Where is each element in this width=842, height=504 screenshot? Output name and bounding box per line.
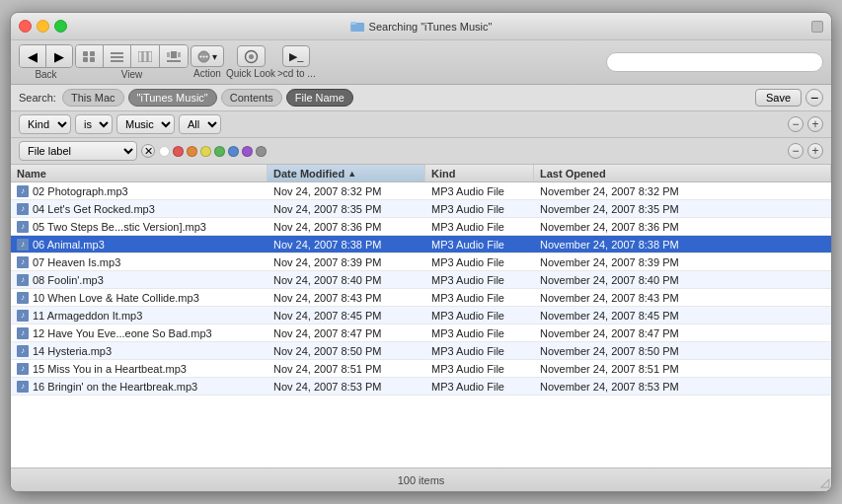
cell-kind: MP3 Audio File — [425, 307, 534, 324]
itunes-music-tab[interactable]: "iTunes Music" — [128, 89, 217, 107]
nav-section: ◀ ▶ Back — [19, 44, 73, 80]
table-row[interactable]: ♪15 Miss You in a Heartbeat.mp3Nov 24, 2… — [11, 360, 831, 378]
col-header-date[interactable]: Date Modified ▲ — [268, 165, 425, 181]
color-dot-orange[interactable] — [187, 146, 197, 157]
svg-rect-7 — [111, 56, 123, 58]
cell-date: Nov 24, 2007 8:32 PM — [268, 182, 425, 199]
quick-look-icon — [244, 49, 259, 64]
svg-rect-10 — [143, 51, 147, 62]
filter-2-remove-button[interactable]: − — [788, 143, 804, 159]
cell-kind: MP3 Audio File — [425, 200, 534, 217]
cover-flow-icon — [167, 51, 181, 62]
cell-opened: November 24, 2007 8:32 PM — [534, 182, 831, 199]
svg-rect-14 — [178, 52, 181, 57]
filter-2-add-button[interactable]: + — [807, 143, 823, 159]
color-dot-red[interactable] — [173, 146, 184, 157]
icon-view-icon — [83, 51, 96, 62]
toolbar: ◀ ▶ Back — [11, 40, 831, 85]
cell-name: ♪12 Have You Eve...eone So Bad.mp3 — [11, 324, 268, 341]
statusbar: 100 items ◿ — [11, 468, 831, 491]
folder-icon — [350, 20, 364, 34]
music-file-icon: ♪ — [17, 292, 29, 304]
maximize-button[interactable] — [54, 20, 67, 33]
column-view-button[interactable] — [131, 45, 160, 67]
cell-opened: November 24, 2007 8:35 PM — [534, 200, 831, 217]
svg-point-18 — [203, 55, 205, 57]
close-button[interactable] — [19, 20, 32, 33]
view-label: View — [121, 69, 143, 80]
back-button[interactable]: ◀ — [20, 45, 46, 67]
clear-filter-button[interactable]: ✕ — [141, 144, 155, 158]
cover-flow-button[interactable] — [160, 45, 188, 67]
table-row[interactable]: ♪07 Heaven Is.mp3Nov 24, 2007 8:39 PMMP3… — [11, 253, 831, 271]
table-row[interactable]: ♪14 Hysteria.mp3Nov 24, 2007 8:50 PMMP3 … — [11, 342, 831, 360]
cell-opened: November 24, 2007 8:40 PM — [534, 271, 831, 288]
cell-kind: MP3 Audio File — [425, 253, 534, 270]
table-row[interactable]: ♪06 Animal.mp3Nov 24, 2007 8:38 PMMP3 Au… — [11, 236, 831, 253]
music-select[interactable]: Music — [116, 114, 175, 134]
action-button[interactable]: ▾ — [191, 45, 224, 67]
cell-name: ♪04 Let's Get Rocked.mp3 — [11, 200, 268, 217]
table-row[interactable]: ♪08 Foolin'.mp3Nov 24, 2007 8:40 PMMP3 A… — [11, 271, 831, 289]
table-row[interactable]: ♪11 Armageddon It.mp3Nov 24, 2007 8:45 P… — [11, 307, 831, 324]
music-file-icon: ♪ — [17, 381, 29, 393]
filter-1-remove-button[interactable]: − — [788, 116, 804, 132]
forward-button[interactable]: ▶ — [46, 45, 72, 67]
cell-kind: MP3 Audio File — [425, 182, 534, 199]
table-row[interactable]: ♪05 Two Steps Be...stic Version].mp3Nov … — [11, 218, 831, 236]
filename-tab[interactable]: File Name — [286, 89, 353, 107]
resize-handle[interactable]: ◿ — [820, 475, 829, 489]
cell-date: Nov 24, 2007 8:40 PM — [268, 271, 425, 288]
color-dot-gray[interactable] — [256, 146, 267, 157]
filter-1-add-button[interactable]: + — [807, 116, 823, 132]
remove-search-button[interactable]: − — [805, 89, 823, 107]
color-dot-purple[interactable] — [242, 146, 253, 157]
cd-button[interactable]: ▶_ — [282, 45, 310, 67]
title-text: Searching "iTunes Music" — [369, 21, 493, 33]
svg-rect-11 — [148, 51, 152, 62]
table-row[interactable]: ♪10 When Love & Hate Collide.mp3Nov 24, … — [11, 289, 831, 307]
back-label: Back — [35, 69, 56, 80]
cell-date: Nov 24, 2007 8:43 PM — [268, 289, 425, 306]
color-dot-blue[interactable] — [228, 146, 239, 157]
table-row[interactable]: ♪04 Let's Get Rocked.mp3Nov 24, 2007 8:3… — [11, 200, 831, 218]
music-file-icon: ♪ — [17, 274, 29, 286]
cell-name: ♪05 Two Steps Be...stic Version].mp3 — [11, 218, 268, 235]
cell-opened: November 24, 2007 8:36 PM — [534, 218, 831, 235]
color-dot-clear[interactable] — [159, 146, 170, 157]
this-mac-tab[interactable]: This Mac — [62, 89, 124, 107]
contents-tab[interactable]: Contents — [221, 89, 282, 107]
svg-point-21 — [249, 54, 254, 59]
svg-point-19 — [206, 55, 208, 57]
file-label-select[interactable]: File label — [19, 141, 137, 161]
cell-opened: November 24, 2007 8:50 PM — [534, 342, 831, 359]
icon-view-button[interactable] — [76, 45, 104, 67]
save-button[interactable]: Save — [755, 89, 802, 107]
all-select[interactable]: All — [179, 114, 221, 134]
cell-kind: MP3 Audio File — [425, 271, 534, 288]
cell-date: Nov 24, 2007 8:47 PM — [268, 324, 425, 341]
search-input[interactable] — [606, 52, 823, 72]
finder-window: Searching "iTunes Music" ◀ ▶ Back — [10, 12, 832, 492]
svg-rect-8 — [111, 60, 123, 62]
is-select[interactable]: is — [75, 114, 113, 134]
minimize-button[interactable] — [37, 20, 49, 33]
svg-rect-1 — [350, 22, 356, 25]
col-header-kind[interactable]: Kind — [425, 165, 534, 181]
col-header-opened[interactable]: Last Opened — [534, 165, 831, 181]
resize-button[interactable] — [811, 21, 823, 33]
col-header-name[interactable]: Name — [11, 165, 268, 181]
cell-name: ♪11 Armageddon It.mp3 — [11, 307, 268, 324]
list-view-button[interactable] — [104, 45, 131, 67]
quick-look-button[interactable] — [237, 45, 266, 67]
action-icon — [197, 50, 210, 63]
table-row[interactable]: ♪02 Photograph.mp3Nov 24, 2007 8:32 PMMP… — [11, 182, 831, 200]
cell-opened: November 24, 2007 8:43 PM — [534, 289, 831, 306]
table-row[interactable]: ♪16 Bringin' on the Heartbreak.mp3Nov 24… — [11, 378, 831, 396]
color-dot-yellow[interactable] — [200, 146, 211, 157]
cell-kind: MP3 Audio File — [425, 342, 534, 359]
kind-select[interactable]: Kind — [19, 114, 71, 134]
color-dot-green[interactable] — [214, 146, 225, 157]
filter-row-2: File label ✕ − + — [11, 138, 831, 165]
table-row[interactable]: ♪12 Have You Eve...eone So Bad.mp3Nov 24… — [11, 324, 831, 342]
